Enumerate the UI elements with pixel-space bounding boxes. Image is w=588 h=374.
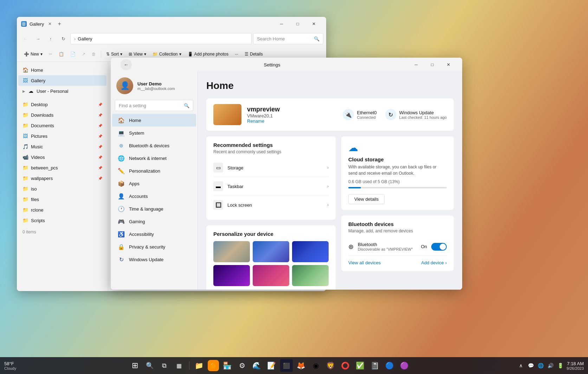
sidebar-item-scripts[interactable]: 📁 Scripts (18, 215, 106, 226)
settings-search[interactable]: Find a setting 🔍 (115, 100, 193, 111)
sidebar-item-downloads[interactable]: 📁 Downloads 📌 (18, 110, 106, 120)
weather-widget[interactable]: 58°F Cloudy (4, 361, 16, 370)
tray-message-icon[interactable]: 💬 (527, 362, 534, 369)
onenote-taskbar-icon[interactable]: 📓 (369, 359, 381, 372)
update-status-item[interactable]: ↻ Windows Update Last checked: 11 hours … (385, 109, 447, 120)
settings-nav-accounts[interactable]: 👤 Accounts (112, 190, 196, 202)
app1-taskbar-icon[interactable]: 🔵 (383, 359, 396, 372)
nav-forward-button[interactable]: → (32, 33, 44, 44)
sidebar-item-wallpapers[interactable]: 📁 wallpapers 📌 (18, 173, 106, 183)
search-taskbar-button[interactable]: 🔍 (143, 359, 156, 372)
settings-nav-personalization[interactable]: ✏️ Personalization (112, 165, 196, 177)
settings-nav-bluetooth[interactable]: ⊛ Bluetooth & devices (112, 139, 196, 152)
task-view-button[interactable]: ⧉ (158, 359, 171, 372)
more-button[interactable]: ··· (232, 50, 241, 58)
opera-taskbar-icon[interactable]: ⭕ (339, 359, 352, 372)
settings-titlebar: ← Settings ─ □ ✕ (111, 58, 462, 72)
edge-taskbar-icon[interactable]: 🌊 (251, 359, 263, 372)
vscode-taskbar-icon[interactable]: 📝 (265, 359, 278, 372)
settings-nav-apps[interactable]: 📦 Apps (112, 177, 196, 190)
view-details-button[interactable]: View details (348, 194, 385, 204)
add-phone-button[interactable]: 📱 Add phone photos (185, 50, 231, 58)
taskbar-list-item[interactable]: ▬ Taskbar › (213, 177, 329, 196)
share-button[interactable]: ↗ (79, 50, 88, 58)
widgets-button[interactable]: ▦ (173, 359, 186, 372)
tray-network-icon[interactable]: 🌐 (537, 362, 544, 369)
sidebar-item-videos[interactable]: 📹 Videos 📌 (18, 152, 106, 162)
copy-button[interactable]: 📋 (56, 50, 67, 58)
firefox-taskbar-icon[interactable]: 🦊 (295, 359, 308, 372)
tray-volume-icon[interactable]: 🔊 (547, 362, 554, 369)
close-tab-icon[interactable]: ✕ (48, 21, 52, 26)
terminal-taskbar-icon[interactable]: ⬛ (280, 359, 293, 372)
settings-nav-time[interactable]: 🕐 Time & language (112, 202, 196, 215)
wallpaper-thumb-2[interactable] (253, 241, 289, 262)
settings-maximize-button[interactable]: □ (424, 59, 440, 70)
paste-button[interactable]: 📄 (67, 50, 78, 58)
explorer-maximize-button[interactable]: □ (290, 18, 306, 30)
wallpaper-thumb-5[interactable] (253, 265, 289, 286)
new-tab-button[interactable]: + (54, 19, 64, 29)
sort-button[interactable]: ⇅ Sort ▾ (103, 50, 125, 58)
nav-up-button[interactable]: ↑ (45, 33, 56, 44)
clock-widget[interactable]: 7:18 AM 9/26/2023 (567, 361, 584, 370)
bluetooth-toggle[interactable] (431, 243, 447, 251)
tray-chevron-icon[interactable]: ∧ (517, 362, 524, 369)
settings-nav-accessibility[interactable]: ♿ Accessibility (112, 228, 196, 240)
search-bar[interactable]: Search Home 🔍 (253, 33, 323, 44)
view-all-devices-button[interactable]: View all devices (348, 260, 381, 265)
settings-nav-home[interactable]: 🏠 Home (112, 114, 196, 127)
delete-button[interactable]: 🗑 (89, 50, 99, 58)
sidebar-item-user-personal[interactable]: ▶ ☁ User - Personal (18, 86, 106, 96)
settings-back-button[interactable]: ← (121, 59, 132, 70)
settings-taskbar-icon[interactable]: ⚙ (236, 359, 248, 372)
wallpaper-thumb-3[interactable] (292, 241, 329, 262)
sidebar-item-home[interactable]: 🏠 Home (18, 65, 106, 75)
cut-button[interactable]: ✂ (46, 50, 55, 58)
settings-close-button[interactable]: ✕ (440, 59, 457, 70)
nav-refresh-button[interactable]: ↻ (58, 33, 69, 44)
sidebar-item-pictures[interactable]: 🖼 Pictures 📌 (18, 131, 106, 141)
nav-back-button[interactable]: ← (20, 33, 31, 44)
add-device-button[interactable]: Add device › (421, 260, 447, 265)
address-bar[interactable]: › Gallery (70, 33, 252, 44)
sidebar-item-rclone[interactable]: 📁 rclone (18, 205, 106, 215)
settings-nav-update[interactable]: ↻ Windows Update (112, 253, 196, 266)
settings-nav-network[interactable]: 🌐 Network & internet (112, 152, 196, 165)
start-button[interactable]: ⊞ (129, 359, 141, 372)
app2-taskbar-icon[interactable]: 🟣 (398, 359, 411, 372)
orange-app-taskbar-icon[interactable]: 🟠 (208, 360, 219, 371)
sidebar-item-desktop[interactable]: 📁 Desktop 📌 (18, 99, 106, 110)
storage-list-item[interactable]: ▭ Storage › (213, 159, 329, 177)
wallpaper-thumb-4[interactable] (213, 265, 250, 286)
explorer-minimize-button[interactable]: ─ (273, 18, 290, 30)
file-explorer-taskbar-icon[interactable]: 📁 (193, 359, 206, 372)
sidebar-item-files[interactable]: 📁 files (18, 194, 106, 205)
sidebar-item-between-pcs[interactable]: 📁 between_pcs 📌 (18, 162, 106, 173)
todoist-taskbar-icon[interactable]: ✅ (354, 359, 367, 372)
lockscreen-list-item[interactable]: 🔲 Lock screen › (213, 196, 329, 214)
details-button[interactable]: ☰ Details (242, 50, 266, 58)
device-rename-button[interactable]: Rename (247, 118, 337, 124)
msstore-taskbar-icon[interactable]: 🏪 (221, 359, 234, 372)
user-profile[interactable]: 👤 User Demo m__lab@outlook.com (111, 72, 198, 100)
sidebar-item-music[interactable]: 🎵 Music 📌 (18, 141, 106, 152)
sidebar-item-gallery[interactable]: 🖼 Gallery (18, 75, 106, 86)
settings-minimize-button[interactable]: ─ (408, 59, 424, 70)
sidebar-item-documents[interactable]: 📁 Documents 📌 (18, 120, 106, 131)
chrome-taskbar-icon[interactable]: ◉ (310, 359, 322, 372)
wallpaper-thumb-1[interactable] (213, 241, 250, 262)
explorer-close-button[interactable]: ✕ (306, 18, 322, 30)
wallpaper-thumb-6[interactable] (292, 265, 329, 286)
cloud-storage-title: Cloud storage (348, 156, 447, 162)
ethernet-status-item[interactable]: 🔌 Ethernet0 Connected (343, 109, 376, 120)
settings-nav-gaming[interactable]: 🎮 Gaming (112, 215, 196, 228)
view-button[interactable]: ⊞ View ▾ (126, 50, 149, 58)
new-button[interactable]: ➕ New ▾ (21, 50, 45, 58)
settings-nav-system[interactable]: 💻 System (112, 127, 196, 139)
tray-battery-icon[interactable]: 🔋 (557, 362, 564, 369)
brave-taskbar-icon[interactable]: 🦁 (324, 359, 337, 372)
settings-nav-privacy[interactable]: 🔒 Privacy & security (112, 240, 196, 253)
collection-button[interactable]: 📁 Collection ▾ (150, 50, 184, 58)
sidebar-item-iso[interactable]: 📁 iso (18, 183, 106, 194)
